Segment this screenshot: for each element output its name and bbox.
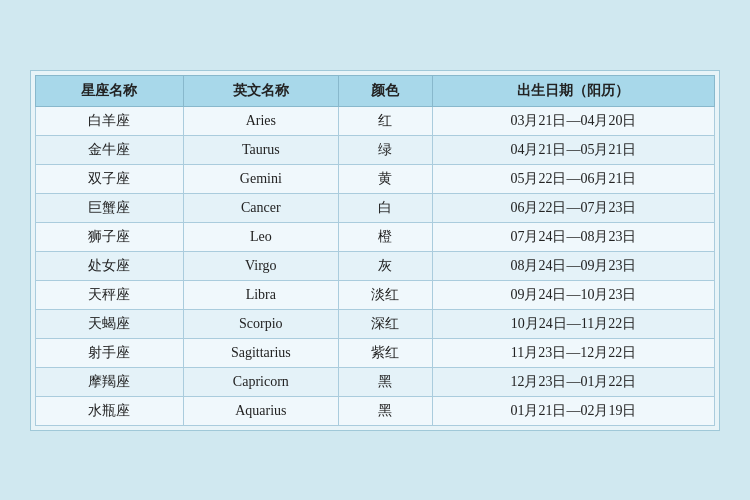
cell-color: 淡红	[338, 280, 432, 309]
table-row: 射手座Sagittarius紫红11月23日—12月22日	[36, 338, 715, 367]
cell-english-name: Sagittarius	[183, 338, 338, 367]
cell-english-name: Virgo	[183, 251, 338, 280]
table-row: 天秤座Libra淡红09月24日—10月23日	[36, 280, 715, 309]
cell-dates: 04月21日—05月21日	[432, 135, 714, 164]
cell-color: 白	[338, 193, 432, 222]
col-header-color: 颜色	[338, 75, 432, 106]
col-header-dates: 出生日期（阳历）	[432, 75, 714, 106]
zodiac-table-container: 星座名称 英文名称 颜色 出生日期（阳历） 白羊座Aries红03月21日—04…	[30, 70, 720, 431]
cell-english-name: Gemini	[183, 164, 338, 193]
table-row: 白羊座Aries红03月21日—04月20日	[36, 106, 715, 135]
cell-chinese-name: 巨蟹座	[36, 193, 184, 222]
cell-dates: 11月23日—12月22日	[432, 338, 714, 367]
cell-english-name: Taurus	[183, 135, 338, 164]
cell-chinese-name: 摩羯座	[36, 367, 184, 396]
cell-color: 绿	[338, 135, 432, 164]
cell-english-name: Aquarius	[183, 396, 338, 425]
cell-color: 灰	[338, 251, 432, 280]
table-row: 处女座Virgo灰08月24日—09月23日	[36, 251, 715, 280]
cell-dates: 09月24日—10月23日	[432, 280, 714, 309]
cell-chinese-name: 金牛座	[36, 135, 184, 164]
table-row: 狮子座Leo橙07月24日—08月23日	[36, 222, 715, 251]
cell-chinese-name: 天蝎座	[36, 309, 184, 338]
table-row: 双子座Gemini黄05月22日—06月21日	[36, 164, 715, 193]
table-row: 天蝎座Scorpio深红10月24日—11月22日	[36, 309, 715, 338]
table-row: 金牛座Taurus绿04月21日—05月21日	[36, 135, 715, 164]
cell-english-name: Cancer	[183, 193, 338, 222]
cell-chinese-name: 白羊座	[36, 106, 184, 135]
cell-color: 黑	[338, 396, 432, 425]
cell-color: 黑	[338, 367, 432, 396]
cell-english-name: Scorpio	[183, 309, 338, 338]
table-row: 水瓶座Aquarius黑01月21日—02月19日	[36, 396, 715, 425]
table-row: 摩羯座Capricorn黑12月23日—01月22日	[36, 367, 715, 396]
cell-english-name: Libra	[183, 280, 338, 309]
table-header-row: 星座名称 英文名称 颜色 出生日期（阳历）	[36, 75, 715, 106]
cell-color: 紫红	[338, 338, 432, 367]
cell-dates: 12月23日—01月22日	[432, 367, 714, 396]
cell-color: 深红	[338, 309, 432, 338]
cell-english-name: Leo	[183, 222, 338, 251]
cell-dates: 07月24日—08月23日	[432, 222, 714, 251]
cell-english-name: Aries	[183, 106, 338, 135]
cell-dates: 08月24日—09月23日	[432, 251, 714, 280]
cell-dates: 01月21日—02月19日	[432, 396, 714, 425]
cell-chinese-name: 天秤座	[36, 280, 184, 309]
cell-dates: 10月24日—11月22日	[432, 309, 714, 338]
cell-color: 黄	[338, 164, 432, 193]
cell-dates: 05月22日—06月21日	[432, 164, 714, 193]
cell-chinese-name: 狮子座	[36, 222, 184, 251]
table-body: 白羊座Aries红03月21日—04月20日金牛座Taurus绿04月21日—0…	[36, 106, 715, 425]
cell-color: 橙	[338, 222, 432, 251]
cell-chinese-name: 水瓶座	[36, 396, 184, 425]
cell-chinese-name: 双子座	[36, 164, 184, 193]
cell-dates: 03月21日—04月20日	[432, 106, 714, 135]
cell-dates: 06月22日—07月23日	[432, 193, 714, 222]
table-row: 巨蟹座Cancer白06月22日—07月23日	[36, 193, 715, 222]
cell-chinese-name: 处女座	[36, 251, 184, 280]
cell-color: 红	[338, 106, 432, 135]
cell-english-name: Capricorn	[183, 367, 338, 396]
col-header-chinese: 星座名称	[36, 75, 184, 106]
col-header-english: 英文名称	[183, 75, 338, 106]
cell-chinese-name: 射手座	[36, 338, 184, 367]
zodiac-table: 星座名称 英文名称 颜色 出生日期（阳历） 白羊座Aries红03月21日—04…	[35, 75, 715, 426]
